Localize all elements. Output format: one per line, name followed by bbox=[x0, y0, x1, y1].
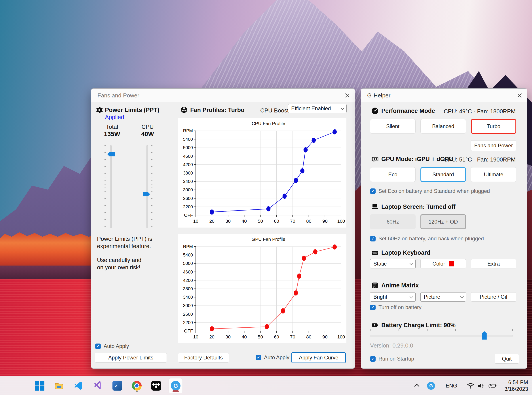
refresh-120hz-button[interactable]: 120Hz + OD bbox=[420, 214, 466, 229]
cpu-boost-dropdown[interactable]: Efficient Enabled bbox=[288, 104, 347, 113]
cpu-fan-profile-chart[interactable]: OFF220026003000340038004200460050005400R… bbox=[178, 118, 346, 228]
svg-text:4600: 4600 bbox=[183, 269, 193, 274]
cpu-power-slider[interactable] bbox=[140, 144, 154, 231]
gpu-eco-auto-row: Set Eco on battery and Standard when plu… bbox=[370, 188, 490, 194]
fan-icon bbox=[181, 106, 187, 113]
total-slider-thumb[interactable] bbox=[107, 152, 115, 156]
total-power-slider[interactable] bbox=[104, 144, 117, 231]
fans-and-power-button[interactable]: Fans and Power bbox=[471, 140, 516, 151]
svg-text:20: 20 bbox=[209, 219, 214, 224]
keyboard-mode-dropdown[interactable]: Static bbox=[370, 259, 416, 269]
close-button[interactable] bbox=[515, 91, 524, 100]
battery-limit-header: Battery Charge Limit: 90% bbox=[381, 321, 455, 329]
run-on-startup-checkbox[interactable] bbox=[370, 356, 376, 362]
powershell-button[interactable]: >_ bbox=[110, 379, 124, 393]
chevron-down-icon bbox=[410, 261, 413, 265]
refresh-60hz-button[interactable]: 60Hz bbox=[370, 214, 416, 229]
battery-tray-icon[interactable] bbox=[488, 383, 497, 389]
battery-limit-slider[interactable] bbox=[370, 329, 513, 341]
language-indicator[interactable]: ENG bbox=[446, 383, 457, 389]
gpu-mode-header: GPU Mode: iGPU + dGPU bbox=[381, 155, 453, 163]
svg-text:50: 50 bbox=[258, 219, 263, 224]
slider-ticks bbox=[104, 145, 106, 228]
ghelper-tray-icon[interactable]: G bbox=[427, 382, 435, 390]
fans-and-power-window: Fans and Power Power Limits (PPT) Applie… bbox=[91, 88, 355, 369]
matrix-brightness-dropdown[interactable]: Bright bbox=[370, 292, 416, 302]
run-on-startup-label: Run on Startup bbox=[378, 356, 414, 362]
ghelper-titlebar[interactable]: G-Helper bbox=[361, 88, 527, 102]
svg-text:70: 70 bbox=[290, 334, 295, 339]
svg-text:RPM: RPM bbox=[183, 244, 193, 249]
ghelper-window: G-Helper Performance Mode CPU: 49°C - Fa… bbox=[361, 88, 527, 369]
matrix-battery-checkbox[interactable] bbox=[370, 305, 376, 310]
standard-gpu-button[interactable]: Standard bbox=[420, 167, 466, 182]
cpu-temp-status: CPU: 49°C - Fan: 1800RPM bbox=[444, 108, 516, 115]
cpu-slider-label: CPU bbox=[137, 123, 159, 130]
total-slider-value: 135W bbox=[101, 131, 123, 138]
factory-defaults-button[interactable]: Factory Defaults bbox=[178, 353, 229, 362]
cpu-slider-thumb[interactable] bbox=[143, 192, 150, 196]
matrix-mode-dropdown[interactable]: Picture bbox=[420, 292, 466, 302]
chevron-down-icon bbox=[410, 295, 413, 298]
balanced-mode-button[interactable]: Balanced bbox=[420, 119, 466, 134]
tray-date: 3/16/2023 bbox=[504, 386, 528, 392]
eco-gpu-button[interactable]: Eco bbox=[370, 167, 416, 182]
visual-studio-button[interactable] bbox=[91, 379, 105, 393]
gpu-eco-auto-checkbox[interactable] bbox=[370, 188, 376, 194]
slider-track[interactable] bbox=[147, 145, 148, 228]
slider-ticks bbox=[370, 329, 513, 331]
svg-text:50: 50 bbox=[258, 334, 263, 339]
svg-text:3000: 3000 bbox=[183, 187, 193, 192]
svg-text:RPM: RPM bbox=[183, 128, 193, 133]
svg-text:3800: 3800 bbox=[183, 170, 193, 176]
vscode-button[interactable] bbox=[71, 379, 85, 393]
clock[interactable]: 6:54 PM 3/16/2023 bbox=[504, 379, 528, 392]
tidal-button[interactable] bbox=[149, 379, 163, 393]
svg-text:10: 10 bbox=[193, 219, 198, 224]
start-button[interactable] bbox=[33, 379, 46, 393]
laptop-screen-icon bbox=[371, 203, 379, 211]
keyboard-extra-button[interactable]: Extra bbox=[471, 259, 516, 269]
system-tray: G ENG 6:54 PM 3/16/2023 bbox=[415, 376, 528, 395]
gpu-temp-status: GPU: 51°C - Fan: 1900RPM bbox=[443, 156, 516, 163]
picture-gif-button[interactable]: Picture / Gif bbox=[471, 292, 516, 302]
wifi-icon[interactable] bbox=[467, 383, 474, 389]
auto-apply-fan-checkbox[interactable] bbox=[256, 355, 261, 360]
file-explorer-icon bbox=[54, 381, 64, 391]
quit-button[interactable]: Quit bbox=[495, 354, 519, 364]
slider-track[interactable] bbox=[110, 145, 112, 228]
screen-60hz-auto-checkbox[interactable] bbox=[370, 236, 376, 241]
apply-power-limits-button[interactable]: Apply Power Limits bbox=[95, 353, 167, 362]
warning-line: on your own risk! bbox=[97, 264, 152, 271]
svg-text:30: 30 bbox=[225, 334, 231, 339]
apply-fan-curve-button[interactable]: Apply Fan Curve bbox=[291, 352, 346, 363]
ultimate-gpu-button[interactable]: Ultimate bbox=[471, 167, 516, 182]
fans-window-titlebar[interactable]: Fans and Power bbox=[91, 88, 355, 102]
warning-line: Power Limits (PPT) is bbox=[97, 235, 152, 242]
tray-overflow-button[interactable] bbox=[415, 383, 419, 388]
turbo-mode-button[interactable]: Turbo bbox=[471, 119, 516, 134]
svg-text:3800: 3800 bbox=[183, 286, 193, 291]
running-indicator bbox=[136, 391, 138, 392]
chrome-button[interactable] bbox=[130, 379, 144, 393]
keyboard-color-button[interactable]: Color bbox=[420, 259, 466, 269]
svg-text:4200: 4200 bbox=[183, 278, 193, 283]
file-explorer-button[interactable] bbox=[52, 379, 66, 393]
gpu-fan-profile-chart[interactable]: OFF220026003000340038004200460050005400R… bbox=[178, 234, 346, 343]
fan-profiles-header: Fan Profiles: Turbo bbox=[190, 106, 245, 114]
ghelper-taskbar-button[interactable]: G bbox=[169, 379, 182, 393]
close-button[interactable] bbox=[343, 91, 352, 100]
battery-slider-thumb[interactable] bbox=[482, 331, 487, 340]
power-limits-applied-link[interactable]: Applied bbox=[105, 114, 124, 121]
cpu-slider-value: 40W bbox=[137, 131, 159, 138]
cpu-boost-label: CPU Boost bbox=[260, 107, 289, 114]
volume-icon[interactable] bbox=[478, 383, 484, 389]
version-link[interactable]: Version: 0.29.0.0 bbox=[370, 342, 413, 349]
svg-text:2600: 2600 bbox=[183, 196, 193, 201]
tidal-icon bbox=[151, 381, 161, 391]
silent-mode-button[interactable]: Silent bbox=[370, 119, 416, 134]
slider-track[interactable] bbox=[370, 335, 513, 336]
close-icon bbox=[517, 93, 522, 98]
svg-text:60: 60 bbox=[274, 219, 279, 224]
auto-apply-power-checkbox[interactable] bbox=[95, 344, 101, 349]
